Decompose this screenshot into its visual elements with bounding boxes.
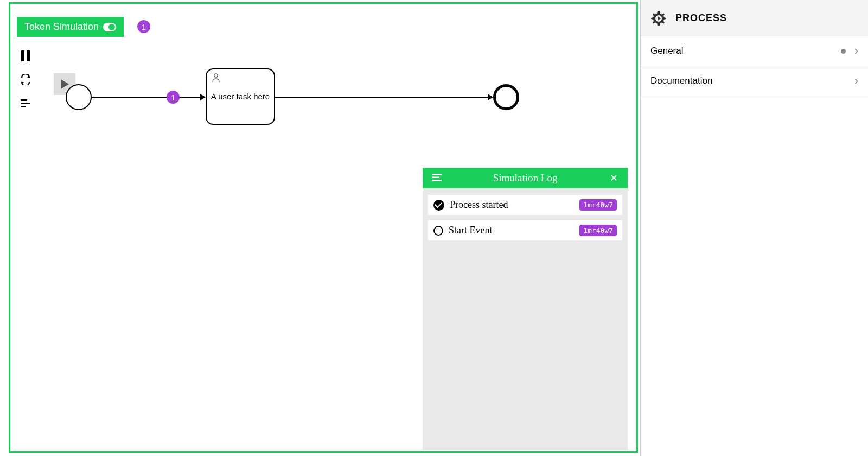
close-log-button[interactable]: ✕ xyxy=(607,172,620,184)
toggle-on-icon xyxy=(103,23,116,31)
svg-point-5 xyxy=(214,74,218,77)
arrowhead-icon xyxy=(200,94,206,100)
list-icon xyxy=(21,99,30,108)
simulation-log-title: Simulation Log xyxy=(443,172,607,184)
log-entry-tag: 1mr40w7 xyxy=(579,225,617,236)
circle-icon xyxy=(433,226,443,236)
svg-rect-1 xyxy=(27,50,30,61)
arrowhead-icon xyxy=(488,94,493,100)
svg-rect-0 xyxy=(21,50,24,61)
svg-rect-3 xyxy=(21,103,30,104)
properties-panel: PROCESS General › Documentation › xyxy=(640,0,868,456)
sequence-flow-2[interactable] xyxy=(275,97,491,98)
simulation-log-panel: Simulation Log ✕ Process started 1mr40w7… xyxy=(423,168,628,450)
panel-item-label: Documentation xyxy=(650,75,712,86)
pause-icon xyxy=(21,50,30,61)
log-entry[interactable]: Start Event 1mr40w7 xyxy=(428,220,622,240)
token-simulation-label: Token Simulation xyxy=(24,21,99,33)
log-entry-label: Process started xyxy=(450,199,508,211)
svg-rect-2 xyxy=(21,99,27,101)
panel-item-label: General xyxy=(650,46,683,56)
active-token-count-badge: 1 xyxy=(137,20,150,33)
start-event-node[interactable] xyxy=(66,84,92,110)
user-task-label: A user task here xyxy=(211,91,270,102)
user-task-node[interactable]: A user task here xyxy=(206,68,275,125)
log-menu-button[interactable] xyxy=(430,173,443,184)
properties-panel-title: PROCESS xyxy=(675,12,727,24)
pause-button[interactable] xyxy=(17,47,34,65)
log-entry[interactable]: Process started 1mr40w7 xyxy=(428,195,622,215)
log-entry-tag: 1mr40w7 xyxy=(579,199,617,211)
svg-rect-4 xyxy=(21,106,26,107)
simulation-controls xyxy=(17,47,34,112)
reset-icon xyxy=(20,74,31,85)
svg-rect-8 xyxy=(432,180,442,181)
panel-item-general[interactable]: General › xyxy=(641,36,868,66)
svg-rect-6 xyxy=(432,174,442,175)
svg-rect-7 xyxy=(432,176,439,178)
check-circle-icon xyxy=(433,200,444,211)
log-button[interactable] xyxy=(17,95,34,112)
close-icon: ✕ xyxy=(610,173,618,183)
chevron-right-icon: › xyxy=(854,44,858,58)
token-badge: 1 xyxy=(167,91,180,104)
play-icon xyxy=(61,79,69,89)
user-icon xyxy=(211,73,221,85)
simulation-log-header: Simulation Log ✕ xyxy=(423,168,628,188)
token-simulation-button[interactable]: Token Simulation xyxy=(17,17,124,37)
end-event-node[interactable] xyxy=(493,84,519,110)
sequence-flow-1[interactable] xyxy=(92,97,204,98)
panel-item-documentation[interactable]: Documentation › xyxy=(641,66,868,96)
reset-button[interactable] xyxy=(17,71,34,88)
simulation-log-body: Process started 1mr40w7 Start Event 1mr4… xyxy=(423,188,628,247)
log-entry-label: Start Event xyxy=(449,225,492,236)
chevron-right-icon: › xyxy=(854,74,858,88)
canvas-area[interactable]: Token Simulation 1 1 A user task here xyxy=(9,2,638,453)
properties-panel-header: PROCESS xyxy=(641,0,868,36)
menu-icon xyxy=(432,174,442,181)
changed-dot-icon xyxy=(841,49,846,54)
process-gear-icon xyxy=(650,10,667,26)
